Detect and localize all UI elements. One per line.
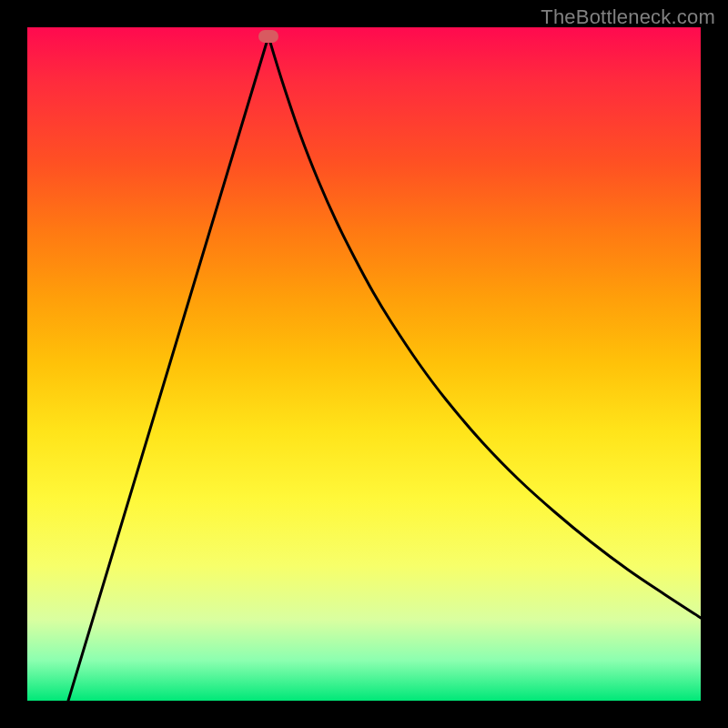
chart-area [27, 27, 701, 701]
curve-right-segment [268, 36, 701, 618]
bottleneck-curve [27, 27, 701, 701]
optimal-point-marker [258, 30, 278, 43]
watermark-label: TheBottleneck.com [541, 5, 715, 29]
curve-left-segment [68, 36, 268, 701]
